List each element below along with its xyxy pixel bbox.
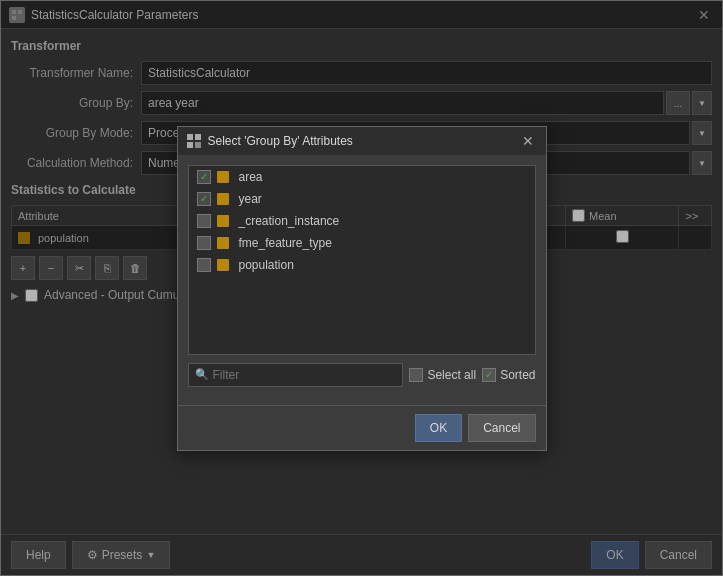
list-item[interactable]: fme_feature_type	[189, 232, 535, 254]
attr-icon-creation	[217, 215, 229, 227]
modal-bottom: OK Cancel	[178, 405, 546, 450]
svg-rect-7	[195, 142, 201, 148]
attr-icon-population	[217, 259, 229, 271]
item-name-creation: _creation_instance	[239, 214, 340, 228]
filter-input[interactable]	[213, 368, 397, 382]
item-name-population: population	[239, 258, 294, 272]
modal-ok-button[interactable]: OK	[415, 414, 462, 442]
item-checkbox-fme[interactable]	[197, 236, 211, 250]
modal-icon	[186, 133, 202, 149]
modal-title-bar: Select 'Group By' Attributes ✕	[178, 127, 546, 155]
modal-close-button[interactable]: ✕	[518, 131, 538, 151]
item-name-year: year	[239, 192, 262, 206]
modal-title: Select 'Group By' Attributes	[208, 134, 353, 148]
sorted-checkbox[interactable]: ✓	[482, 368, 496, 382]
modal-title-left: Select 'Group By' Attributes	[186, 133, 353, 149]
item-checkbox-year[interactable]: ✓	[197, 192, 211, 206]
modal-dialog: Select 'Group By' Attributes ✕ ✓ area ✓	[177, 126, 547, 451]
list-item[interactable]: ✓ year	[189, 188, 535, 210]
svg-rect-5	[195, 134, 201, 140]
modal-overlay: Select 'Group By' Attributes ✕ ✓ area ✓	[1, 1, 722, 575]
select-all-checkbox[interactable]	[409, 368, 423, 382]
item-checkbox-population[interactable]	[197, 258, 211, 272]
attr-icon-fme	[217, 237, 229, 249]
modal-cancel-button[interactable]: Cancel	[468, 414, 535, 442]
filter-input-container: 🔍	[188, 363, 404, 387]
main-window: StatisticsCalculator Parameters ✕ Transf…	[0, 0, 723, 576]
item-name-fme: fme_feature_type	[239, 236, 332, 250]
sorted-label[interactable]: ✓ Sorted	[482, 368, 535, 382]
item-checkbox-area[interactable]: ✓	[197, 170, 211, 184]
search-icon: 🔍	[195, 368, 209, 381]
svg-rect-6	[187, 142, 193, 148]
attr-icon-area	[217, 171, 229, 183]
list-item[interactable]: ✓ area	[189, 166, 535, 188]
select-all-label[interactable]: Select all	[409, 368, 476, 382]
item-checkbox-creation[interactable]	[197, 214, 211, 228]
attr-icon-year	[217, 193, 229, 205]
item-name-area: area	[239, 170, 263, 184]
list-item[interactable]: population	[189, 254, 535, 276]
svg-rect-4	[187, 134, 193, 140]
list-item[interactable]: _creation_instance	[189, 210, 535, 232]
attribute-list: ✓ area ✓ year _creation_instance	[188, 165, 536, 355]
modal-filter-row: 🔍 Select all ✓ Sorted	[188, 363, 536, 387]
modal-content: ✓ area ✓ year _creation_instance	[178, 155, 546, 405]
